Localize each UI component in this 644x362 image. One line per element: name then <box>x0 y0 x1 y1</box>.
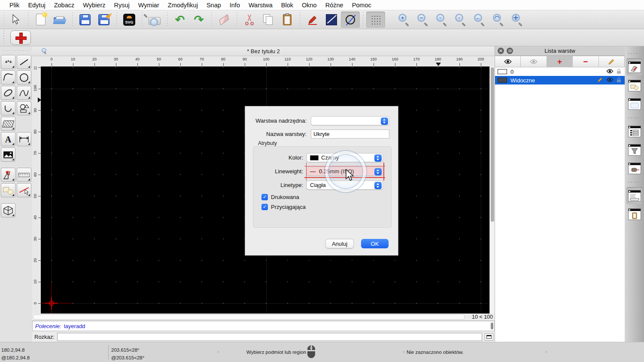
add-layer-panel-button[interactable]: + <box>547 56 573 67</box>
new-document-button[interactable] <box>31 12 50 28</box>
selection-pointer-button[interactable] <box>6 12 25 28</box>
copy-icon <box>263 14 273 25</box>
menu-blok[interactable]: Blok <box>277 2 298 9</box>
zoom-auto-button[interactable]: ▫ <box>432 12 451 28</box>
ellipse-tool-button[interactable] <box>1 86 15 100</box>
layer-visibility-icon[interactable] <box>606 77 614 84</box>
history-scrollbar-thumb[interactable] <box>491 323 493 329</box>
polyline-palette-button[interactable] <box>1 101 15 115</box>
menu-wymiar[interactable]: Wymiar <box>134 2 164 9</box>
dock-command-line-button[interactable] <box>626 187 642 204</box>
polygon-tool-button[interactable] <box>17 101 31 115</box>
dock-clipboard-button[interactable] <box>626 205 642 223</box>
h-ruler-tick <box>223 63 224 66</box>
hide-all-layers-button[interactable] <box>521 56 547 67</box>
menu-pomoc[interactable]: Pomoc <box>348 2 376 9</box>
menu-różne[interactable]: Różne <box>321 2 348 9</box>
layer-visibility-icon[interactable] <box>606 69 614 75</box>
zoom-pan-button[interactable]: ✢ <box>508 12 527 28</box>
toolbar-handle[interactable] <box>2 12 6 27</box>
h-ruler-tick <box>52 63 52 66</box>
draft-mode-button[interactable] <box>341 12 360 28</box>
deselect-tool-button[interactable] <box>17 183 31 197</box>
arc-tool-button[interactable] <box>1 70 15 84</box>
float-panel-icon[interactable] <box>507 48 513 54</box>
open-file-button[interactable] <box>50 12 69 28</box>
command-input[interactable] <box>57 333 482 341</box>
save-button[interactable] <box>76 12 94 28</box>
zoom-window-red-button[interactable]: ▫ <box>451 12 470 28</box>
spline-tool-button[interactable] <box>17 86 31 100</box>
edit-layer-button[interactable] <box>599 56 625 67</box>
dock-pen-toolbar-button[interactable] <box>626 160 642 177</box>
dock-layer-list-button[interactable] <box>626 58 642 75</box>
line-tool-button[interactable] <box>17 55 31 69</box>
layer-row[interactable]: Widoczne <box>495 76 625 84</box>
modify-tool-button[interactable] <box>1 168 15 182</box>
palette-handle[interactable] <box>3 49 30 52</box>
command-window-button[interactable] <box>485 333 493 341</box>
printed-checkbox[interactable] <box>261 194 268 200</box>
close-panel-icon[interactable]: ✕ <box>498 48 504 54</box>
parent-layer-select[interactable] <box>311 116 389 125</box>
vertical-scrollbar-thumb[interactable] <box>491 67 494 222</box>
layer-edit-icon[interactable] <box>597 77 603 84</box>
menu-wybierz[interactable]: Wybierz <box>79 2 109 9</box>
layer-lock-icon[interactable] <box>617 77 621 84</box>
menu-info[interactable]: Info <box>225 2 244 9</box>
menu-rysuj[interactable]: Rysuj <box>110 2 134 9</box>
menu-plik[interactable]: Plik <box>5 2 24 9</box>
paste-button[interactable] <box>278 12 297 28</box>
block-tool-button[interactable] <box>1 183 15 197</box>
layer-name-input[interactable] <box>311 130 389 139</box>
add-layer-button[interactable] <box>10 30 31 45</box>
toolbar2-handle[interactable] <box>2 30 6 45</box>
dock-property-list-button[interactable] <box>626 123 642 140</box>
snapping-checkbox[interactable] <box>261 204 268 210</box>
image-tool-button[interactable] <box>1 148 15 162</box>
text-tool-button[interactable]: A <box>1 132 15 146</box>
cut-button[interactable] <box>240 12 259 28</box>
menu-okno[interactable]: Okno <box>298 2 321 9</box>
layer-lock-icon[interactable] <box>617 68 621 75</box>
copy-button[interactable] <box>259 12 278 28</box>
lineweight-label: Lineweight: <box>245 168 303 175</box>
menu-zobacz[interactable]: Zobacz <box>50 2 79 9</box>
polyline-tool-button[interactable] <box>322 12 341 28</box>
circle-tool-button[interactable] <box>17 70 31 84</box>
dimension-tool-button[interactable] <box>17 132 31 146</box>
svg-export-button[interactable]: SVG <box>120 12 139 28</box>
show-all-layers-button[interactable] <box>495 56 521 67</box>
measure-tool-button[interactable] <box>17 168 31 182</box>
save-as-button[interactable] <box>94 12 113 28</box>
hatch-tool-button[interactable] <box>1 117 15 131</box>
solid-3d-tool-button[interactable] <box>1 203 15 217</box>
grid-toggle-button[interactable] <box>366 12 385 28</box>
menu-zmodyfikuj[interactable]: Zmodyfikuj <box>164 2 202 9</box>
zoom-out-button[interactable]: − <box>413 12 432 28</box>
points-tool-button[interactable]: +⁺+ <box>1 55 15 69</box>
cancel-button[interactable]: Anuluj <box>325 239 354 248</box>
h-ruler-label: 110 <box>277 57 298 61</box>
zoom-view-button[interactable]: ◠ <box>489 12 508 28</box>
zoom-previous-button[interactable]: ← <box>470 12 489 28</box>
eraser-button[interactable] <box>215 12 234 28</box>
horizontal-scrollbar[interactable]: 10 < 100 <box>32 314 495 321</box>
menu-snap[interactable]: Snap <box>202 2 225 9</box>
zoom-in-button[interactable]: + <box>395 12 413 28</box>
redo-button[interactable]: ↷ <box>189 12 208 28</box>
menu-warstwa[interactable]: Warstwa <box>244 2 277 9</box>
draw-pencil-button[interactable] <box>303 12 322 28</box>
dock-block-list-button[interactable] <box>626 77 642 94</box>
undo-button[interactable]: ↶ <box>170 12 189 28</box>
layer-row[interactable]: 0 <box>495 67 625 76</box>
print-preview-button[interactable] <box>145 12 164 28</box>
remove-layer-button[interactable]: − <box>573 56 598 67</box>
horizontal-scrollbar-thumb[interactable] <box>33 314 465 320</box>
menu-edytuj[interactable]: Edytuj <box>24 2 49 9</box>
ok-button[interactable]: OK <box>361 239 389 248</box>
dock-selection-filter-button[interactable] <box>626 141 642 158</box>
vertical-scrollbar[interactable] <box>489 66 495 314</box>
zoom-view-icon: ◠ <box>492 13 505 26</box>
dock-library-browser-button[interactable] <box>626 95 642 112</box>
